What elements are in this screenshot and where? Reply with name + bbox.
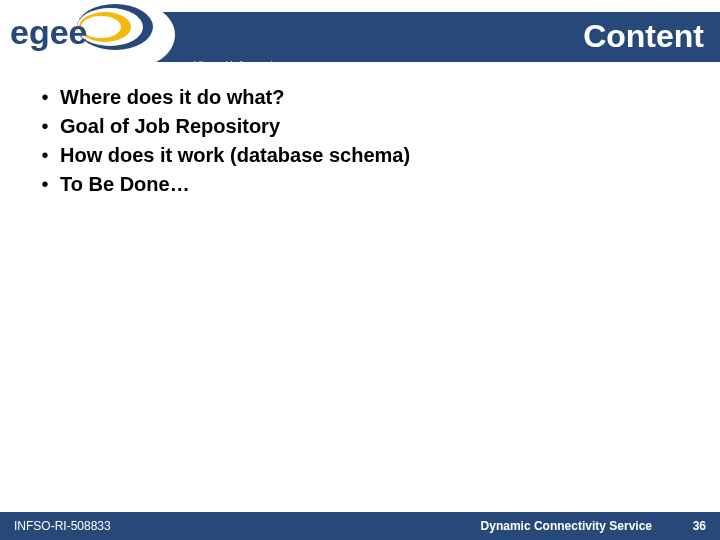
bullet-icon: • [30, 174, 60, 194]
bullet-icon: • [30, 116, 60, 136]
page-number: 36 [693, 519, 706, 533]
footer: INFSO-RI-508833 Dynamic Connectivity Ser… [0, 512, 720, 540]
footer-service: Dynamic Connectivity Service [481, 519, 652, 533]
bullet-list: • Where does it do what? • Goal of Job R… [30, 86, 690, 196]
list-item: • Goal of Job Repository [30, 115, 690, 138]
bullet-icon: • [30, 145, 60, 165]
egee-logo-icon: egee [10, 4, 160, 64]
bullet-text: To Be Done… [60, 173, 190, 196]
list-item: • To Be Done… [30, 173, 690, 196]
logo: egee [0, 0, 175, 70]
slide: Content Enabling Grids for E-sciencE ege… [0, 0, 720, 540]
list-item: • How does it work (database schema) [30, 144, 690, 167]
bullet-text: How does it work (database schema) [60, 144, 410, 167]
bullet-text: Where does it do what? [60, 86, 284, 109]
content-area: • Where does it do what? • Goal of Job R… [30, 86, 690, 202]
logo-text: egee [10, 13, 88, 51]
header-tagline: Enabling Grids for E-sciencE [178, 60, 293, 70]
footer-id: INFSO-RI-508833 [14, 519, 111, 533]
slide-title: Content [583, 18, 704, 55]
list-item: • Where does it do what? [30, 86, 690, 109]
bullet-icon: • [30, 87, 60, 107]
bullet-text: Goal of Job Repository [60, 115, 280, 138]
